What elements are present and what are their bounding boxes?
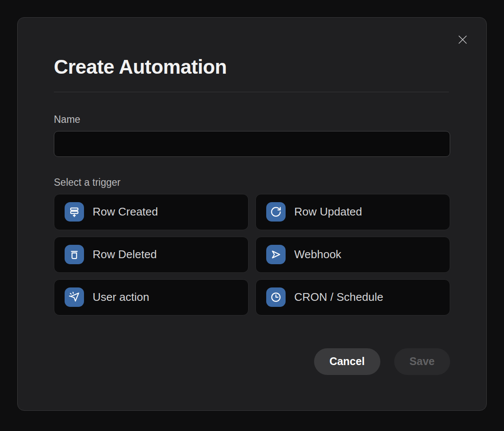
title-divider xyxy=(54,92,449,92)
cancel-button[interactable]: Cancel xyxy=(314,348,380,375)
modal-footer: Cancel Save xyxy=(54,348,450,375)
close-icon xyxy=(456,33,469,46)
trigger-label: Row Created xyxy=(93,205,158,219)
trigger-label: Row Updated xyxy=(294,205,362,219)
trigger-row-deleted[interactable]: Row Deleted xyxy=(54,237,249,273)
trigger-cron-schedule[interactable]: CRON / Schedule xyxy=(255,279,450,315)
modal-title: Create Automation xyxy=(54,56,450,78)
trash-icon xyxy=(65,245,84,264)
select-trigger-label: Select a trigger xyxy=(54,176,450,189)
trigger-row-created[interactable]: Row Created xyxy=(54,194,249,230)
close-button[interactable] xyxy=(455,32,470,47)
trigger-label: CRON / Schedule xyxy=(294,290,383,304)
trigger-row-updated[interactable]: Row Updated xyxy=(255,194,450,230)
trigger-label: Webhook xyxy=(294,248,341,261)
trigger-webhook[interactable]: Webhook xyxy=(255,237,450,273)
send-icon xyxy=(266,245,286,264)
refresh-icon xyxy=(266,202,286,222)
rows-plus-icon xyxy=(65,202,84,222)
clock-icon xyxy=(266,287,286,307)
automation-name-input[interactable] xyxy=(54,131,450,157)
trigger-label: User action xyxy=(93,290,149,304)
name-label: Name xyxy=(54,113,450,126)
create-automation-modal: Create Automation Name Select a trigger … xyxy=(17,17,487,411)
trigger-user-action[interactable]: User action xyxy=(54,279,249,315)
trigger-grid: Row Created Row Updated Row Deleted xyxy=(54,194,450,315)
trigger-label: Row Deleted xyxy=(93,248,157,261)
cursor-click-icon xyxy=(65,287,84,307)
save-button[interactable]: Save xyxy=(394,348,450,375)
